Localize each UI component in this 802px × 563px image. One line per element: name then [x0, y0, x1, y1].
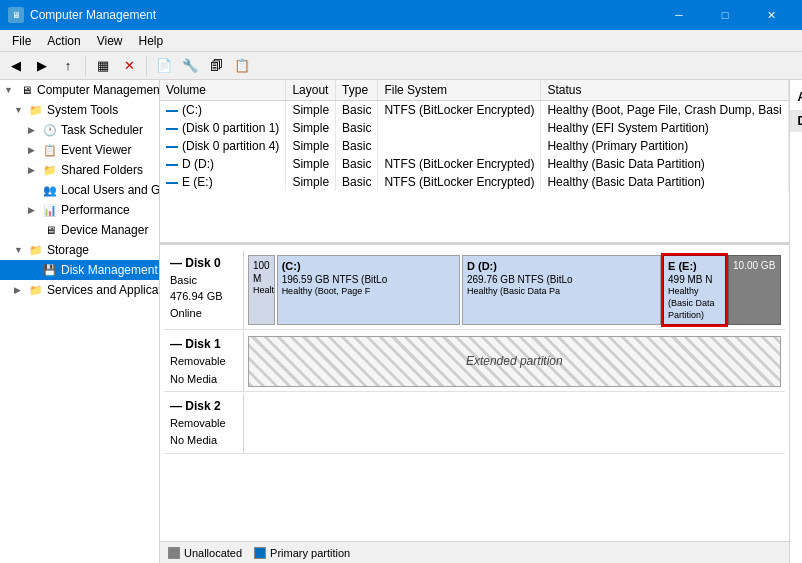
toolbar-forward[interactable]: ▶ [30, 54, 54, 78]
tree-label-task-scheduler: Task Scheduler [61, 123, 143, 137]
disk-size-0: 476.94 GB [170, 289, 237, 304]
menu-file[interactable]: File [4, 30, 39, 51]
disk-media-1: No Media [170, 372, 237, 387]
menu-help[interactable]: Help [131, 30, 172, 51]
disk-media-2: No Media [170, 433, 237, 448]
action-more-actions[interactable]: More Actions ▶ [790, 132, 802, 152]
expand-icon: ▶ [28, 125, 42, 135]
perf-icon: 📊 [42, 202, 58, 218]
partition-d0-e[interactable]: E (E:) 499 MB N Healthy (Basic Data Part… [663, 255, 726, 325]
log-icon: 📋 [42, 142, 58, 158]
disk-name-1: — Disk 1 [170, 336, 237, 353]
app-icon: 🖥 [8, 7, 24, 23]
table-row[interactable]: D (D:) Simple Basic NTFS (BitLocker Encr… [160, 155, 788, 173]
toolbar-copy[interactable]: 🗐 [204, 54, 228, 78]
toolbar-sep2 [146, 56, 147, 76]
toolbar-prop[interactable]: 🔧 [178, 54, 202, 78]
minimize-button[interactable]: ─ [656, 0, 702, 30]
tree-label-local-users: Local Users and Groups [61, 183, 160, 197]
legend-box-unallocated [168, 547, 180, 559]
tree-label-device-manager: Device Manager [61, 223, 148, 237]
tree-item-shared-folders[interactable]: ▶ 📁 Shared Folders [0, 160, 159, 180]
disk-status-0: Online [170, 306, 237, 321]
main-container: ▼ 🖥 Computer Management (Local ▼ 📁 Syste… [0, 80, 802, 563]
tree-label-shared-folders: Shared Folders [61, 163, 143, 177]
expand-icon: ▼ [14, 245, 28, 255]
legend-box-primary [254, 547, 266, 559]
device-icon: 🖥 [42, 222, 58, 238]
disk-table: Volume Layout Type File System Status (C… [160, 80, 789, 191]
disk-partitions-0: 100 M Healt (C:) 196.59 GB NTFS (BitLo H… [244, 251, 785, 329]
legend-unallocated: Unallocated [168, 547, 242, 559]
tree-item-storage[interactable]: ▼ 📁 Storage [0, 240, 159, 260]
legend-label-primary: Primary partition [270, 547, 350, 559]
folder-icon: 📁 [28, 102, 44, 118]
close-button[interactable]: ✕ [748, 0, 794, 30]
tree-item-device-manager[interactable]: 🖥 Device Manager [0, 220, 159, 240]
storage-icon: 📁 [28, 242, 44, 258]
expand-icon: ▶ [28, 145, 42, 155]
actions-title: Actions [790, 86, 802, 110]
disk-info-0: — Disk 0 Basic 476.94 GB Online [164, 251, 244, 329]
tree-item-disk-management[interactable]: 💾 Disk Management [0, 260, 159, 280]
table-row[interactable]: (Disk 0 partition 1) Simple Basic Health… [160, 119, 788, 137]
col-volume: Volume [160, 80, 286, 101]
legend-bar: Unallocated Primary partition [160, 541, 789, 563]
partition-d0-c[interactable]: (C:) 196.59 GB NTFS (BitLo Healthy (Boot… [277, 255, 460, 325]
partition-d0-unalloc[interactable]: 10.00 GB [728, 255, 781, 325]
disk-partitions-2 [244, 394, 785, 453]
disk-type-1: Removable [170, 354, 237, 369]
tree-item-performance[interactable]: ▶ 📊 Performance [0, 200, 159, 220]
services-icon: 📁 [28, 282, 44, 298]
maximize-button[interactable]: □ [702, 0, 748, 30]
partition-d1-extended[interactable]: Extended partition [248, 336, 781, 387]
table-row[interactable]: (C:) Simple Basic NTFS (BitLocker Encryp… [160, 101, 788, 120]
table-row[interactable]: E (E:) Simple Basic NTFS (BitLocker Encr… [160, 173, 788, 191]
toolbar-new[interactable]: 📄 [152, 54, 176, 78]
expand-icon: ▼ [4, 85, 18, 95]
tree-label-event-viewer: Event Viewer [61, 143, 131, 157]
disk-name-2: — Disk 2 [170, 398, 237, 415]
tree-label-performance: Performance [61, 203, 130, 217]
col-layout: Layout [286, 80, 336, 101]
tree-item-local-users[interactable]: 👥 Local Users and Groups [0, 180, 159, 200]
tree-item-event-viewer[interactable]: ▶ 📋 Event Viewer [0, 140, 159, 160]
menu-view[interactable]: View [89, 30, 131, 51]
tree-label-storage: Storage [47, 243, 89, 257]
window-title: Computer Management [30, 8, 156, 22]
clock-icon: 🕐 [42, 122, 58, 138]
tree-label-system-tools: System Tools [47, 103, 118, 117]
expand-icon: ▶ [28, 205, 42, 215]
col-filesystem: File System [378, 80, 541, 101]
toolbar-back[interactable]: ◀ [4, 54, 28, 78]
partition-d0-d[interactable]: D (D:) 269.76 GB NTFS (BitLo Healthy (Ba… [462, 255, 661, 325]
tree-item-task-scheduler[interactable]: ▶ 🕐 Task Scheduler [0, 120, 159, 140]
menu-action[interactable]: Action [39, 30, 88, 51]
tree-item-root[interactable]: ▼ 🖥 Computer Management (Local [0, 80, 159, 100]
tree-panel: ▼ 🖥 Computer Management (Local ▼ 📁 Syste… [0, 80, 160, 563]
disk-table-area: Volume Layout Type File System Status (C… [160, 80, 789, 245]
disk-graphic-area: — Disk 0 Basic 476.94 GB Online 100 M He… [160, 245, 789, 541]
disk-row-0: — Disk 0 Basic 476.94 GB Online 100 M He… [164, 251, 785, 330]
disk-row-1: — Disk 1 Removable No Media Extended par… [164, 332, 785, 392]
disk-name-0: — Disk 0 [170, 255, 237, 272]
tree-label-services: Services and Applications [47, 283, 160, 297]
toolbar-show-hide[interactable]: ▦ [91, 54, 115, 78]
share-icon: 📁 [42, 162, 58, 178]
toolbar: ◀ ▶ ↑ ▦ ✕ 📄 🔧 🗐 📋 [0, 52, 802, 80]
toolbar-delete[interactable]: ✕ [117, 54, 141, 78]
col-type: Type [336, 80, 378, 101]
tree-item-system-tools[interactable]: ▼ 📁 System Tools [0, 100, 159, 120]
users-icon: 👥 [42, 182, 58, 198]
disk-info-2: — Disk 2 Removable No Media [164, 394, 244, 453]
disk-type-0: Basic [170, 273, 237, 288]
toolbar-up[interactable]: ↑ [56, 54, 80, 78]
partition-d0-system[interactable]: 100 M Healt [248, 255, 275, 325]
action-section-disk-management[interactable]: Disk Management ▲ [790, 110, 802, 132]
title-bar: 🖥 Computer Management ─ □ ✕ [0, 0, 802, 30]
table-row[interactable]: (Disk 0 partition 4) Simple Basic Health… [160, 137, 788, 155]
disk-row-2: — Disk 2 Removable No Media [164, 394, 785, 454]
toolbar-paste[interactable]: 📋 [230, 54, 254, 78]
tree-item-services[interactable]: ▶ 📁 Services and Applications [0, 280, 159, 300]
legend-primary: Primary partition [254, 547, 350, 559]
